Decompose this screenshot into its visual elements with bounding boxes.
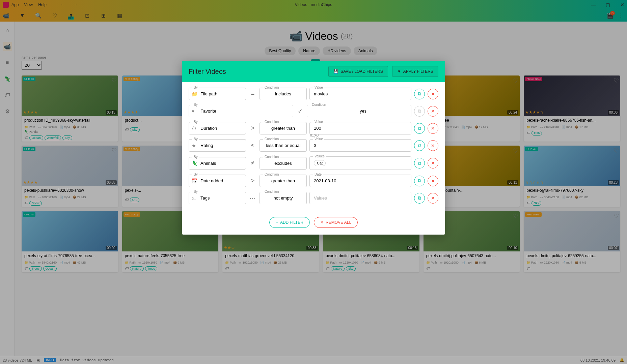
copy-filter-button[interactable]: ⧉ bbox=[414, 176, 425, 186]
filter-by[interactable]: By📅Date added bbox=[189, 175, 246, 187]
delete-filter-button[interactable]: ✕ bbox=[428, 158, 438, 169]
filter-condition[interactable]: Conditionless than or equal bbox=[260, 139, 307, 152]
filter-op: > bbox=[249, 177, 257, 184]
filter-condition[interactable]: Conditionincludes bbox=[260, 88, 307, 100]
dialog-title: Filter Videos bbox=[189, 68, 226, 75]
delete-filter-button[interactable]: ✕ bbox=[428, 106, 438, 117]
add-filter-button[interactable]: +ADD FILTER bbox=[269, 217, 310, 228]
filter-by[interactable]: By★Rating bbox=[189, 139, 246, 152]
delete-filter-button[interactable]: ✕ bbox=[428, 176, 438, 186]
filter-dialog: Filter Videos 💾SAVE / LOAD FILTERS ▼APPL… bbox=[182, 61, 445, 235]
filter-condition[interactable]: Conditionexcludes bbox=[260, 157, 307, 170]
remove-all-button[interactable]: ✕REMOVE ALL bbox=[314, 217, 358, 228]
filter-condition[interactable]: Conditionyes bbox=[307, 105, 411, 117]
filter-hint: 01:40 bbox=[310, 133, 319, 137]
filter-by[interactable]: By♥Favorite bbox=[189, 105, 293, 117]
filter-condition[interactable]: Conditiongreater than bbox=[260, 175, 307, 187]
filter-op: ✓ bbox=[296, 108, 304, 115]
filter-op: = bbox=[249, 90, 257, 97]
copy-filter-button[interactable]: ⧉ bbox=[414, 140, 425, 151]
filter-value[interactable]: Value100 bbox=[309, 122, 411, 134]
filter-value[interactable]: Date2021-08-10 bbox=[309, 175, 411, 187]
filter-op: > bbox=[249, 125, 257, 132]
save-load-filters-button[interactable]: 💾SAVE / LOAD FILTERS bbox=[328, 66, 388, 77]
delete-filter-button[interactable]: ✕ bbox=[428, 123, 438, 134]
delete-filter-button[interactable]: ✕ bbox=[428, 193, 438, 204]
copy-filter-button: ⧉ bbox=[414, 106, 425, 117]
filter-value[interactable]: Value3 bbox=[309, 139, 411, 152]
filter-condition[interactable]: Conditiongreater than bbox=[260, 122, 307, 134]
save-icon: 💾 bbox=[333, 69, 338, 74]
filter-condition[interactable]: Conditionnot empty bbox=[260, 192, 307, 204]
copy-filter-button[interactable]: ⧉ bbox=[414, 123, 425, 134]
filter-by[interactable]: By🏷Tags bbox=[189, 192, 246, 204]
copy-filter-button[interactable]: ⧉ bbox=[414, 193, 425, 204]
filter-op: ≤ bbox=[249, 142, 257, 149]
filter-op: ⋯ bbox=[249, 194, 257, 202]
filter-value[interactable]: Valuemovies bbox=[309, 88, 411, 100]
copy-filter-button[interactable]: ⧉ bbox=[414, 89, 425, 99]
copy-filter-button[interactable]: ⧉ bbox=[414, 158, 425, 169]
funnel-icon: ▼ bbox=[397, 69, 401, 74]
apply-filters-button[interactable]: ▼APPLY FILTERS bbox=[392, 66, 438, 77]
filter-by[interactable]: By🦎Animals bbox=[189, 157, 246, 170]
filter-value[interactable]: ValuesCat bbox=[309, 156, 411, 170]
x-icon: ✕ bbox=[320, 220, 324, 225]
filter-value[interactable]: Values bbox=[309, 192, 411, 204]
delete-filter-button[interactable]: ✕ bbox=[428, 89, 438, 99]
filter-by[interactable]: By⏱Duration bbox=[189, 122, 246, 134]
delete-filter-button[interactable]: ✕ bbox=[428, 140, 438, 151]
filter-by[interactable]: By📁File path bbox=[189, 88, 246, 100]
filter-op: ≠ bbox=[249, 160, 257, 167]
plus-icon: + bbox=[276, 220, 278, 225]
